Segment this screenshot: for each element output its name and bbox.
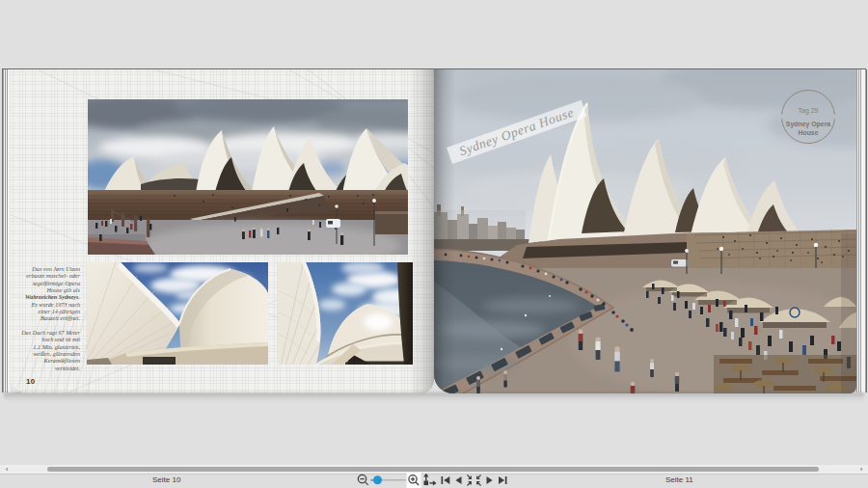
svg-text:Sydney Opera: Sydney Opera	[786, 121, 831, 128]
svg-text:Tag 29: Tag 29	[798, 107, 818, 115]
svg-text:House: House	[798, 129, 818, 136]
